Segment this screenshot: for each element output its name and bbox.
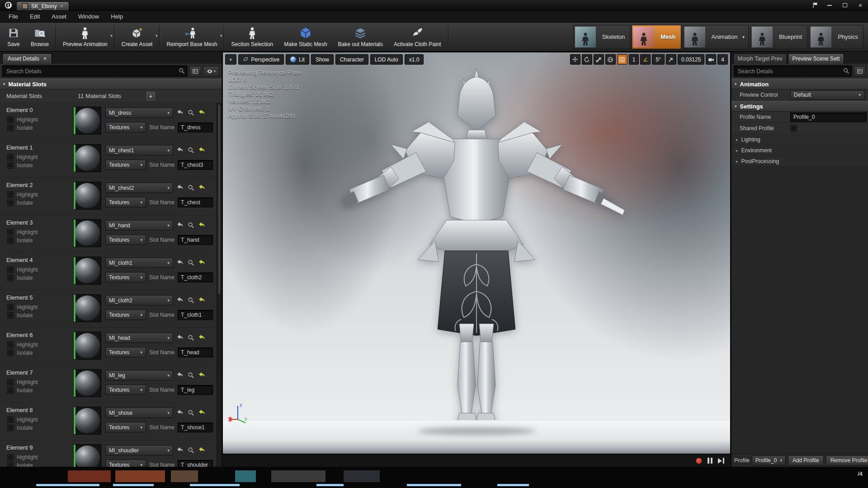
scale-snap-icon[interactable] (666, 54, 676, 65)
textures-dropdown[interactable]: Textures▾ (105, 460, 146, 467)
highlight-checkbox[interactable] (7, 304, 14, 310)
display-filter-button[interactable] (189, 66, 201, 77)
environment-fold-row[interactable]: ▸ Environment (731, 145, 868, 156)
textures-dropdown[interactable]: Textures▾ (105, 197, 146, 207)
find-in-browser-icon[interactable] (187, 371, 195, 379)
material-thumbnail[interactable] (73, 219, 101, 247)
viewport-options-button[interactable]: ▾ (225, 54, 236, 65)
highlight-checkbox[interactable] (7, 417, 14, 423)
isolate-checkbox-row[interactable]: Isolate (7, 462, 73, 467)
use-selected-asset-icon[interactable] (176, 109, 184, 117)
isolate-checkbox[interactable] (7, 162, 14, 169)
rotation-snap-value[interactable]: 5° (652, 54, 664, 65)
camera-speed-value[interactable]: 4 (717, 54, 728, 65)
character-menu-button[interactable]: Character (335, 54, 368, 65)
material-select[interactable]: MI_leg▾ (105, 370, 173, 380)
material-select[interactable]: MI_head▾ (105, 333, 173, 343)
chevron-down-icon[interactable]: ▾ (220, 33, 222, 38)
material-thumbnail[interactable] (73, 257, 101, 285)
highlight-checkbox[interactable] (7, 454, 14, 460)
material-select[interactable]: MI_cloth1▾ (105, 258, 173, 268)
settings-section-header[interactable]: ▾ Settings (731, 101, 868, 112)
slot-name-input[interactable] (178, 310, 213, 320)
search-details-input[interactable] (2, 66, 188, 77)
isolate-checkbox-row[interactable]: Isolate (7, 162, 73, 169)
highlight-checkbox[interactable] (7, 117, 14, 123)
use-selected-asset-icon[interactable] (176, 371, 184, 379)
material-thumbnail[interactable] (73, 107, 101, 135)
activate-cloth-paint-button[interactable]: Activate Cloth Paint (388, 23, 447, 51)
collapse-icon[interactable]: ▾ (3, 82, 5, 86)
slot-name-input[interactable] (178, 385, 213, 395)
create-asset-button[interactable]: Create Asset ▾ (116, 23, 158, 51)
textures-dropdown[interactable]: Textures▾ (105, 347, 146, 357)
highlight-checkbox-row[interactable]: Highlight (7, 304, 73, 310)
titlebar-drag-area[interactable] (69, 0, 808, 10)
slot-name-input[interactable] (178, 160, 213, 170)
highlight-checkbox-row[interactable]: Highlight (7, 454, 73, 460)
mode-animation[interactable]: Animation ▾ (683, 25, 749, 49)
save-button[interactable]: Save (2, 23, 25, 51)
profile-name-input[interactable] (790, 113, 867, 122)
asset-tab[interactable]: SK_Ebony × (16, 1, 69, 10)
mode-skeleton[interactable]: Skeleton (573, 25, 631, 49)
reset-to-default-icon[interactable] (198, 146, 206, 154)
textures-dropdown[interactable]: Textures▾ (105, 422, 146, 432)
chevron-down-icon[interactable]: ▾ (742, 35, 745, 39)
bake-out-materials-button[interactable]: Bake out Materials (333, 23, 388, 51)
move-tool-icon[interactable] (570, 54, 580, 65)
isolate-checkbox[interactable] (7, 312, 14, 319)
isolate-checkbox-row[interactable]: Isolate (7, 312, 73, 319)
grid-snap-icon[interactable] (617, 54, 627, 65)
camera-speed-icon[interactable] (706, 54, 716, 65)
scale-tool-icon[interactable] (594, 54, 604, 65)
textures-dropdown[interactable]: Textures▾ (105, 235, 146, 245)
tab-morph-target-preview[interactable]: Morph Target Prev (733, 53, 787, 64)
highlight-checkbox[interactable] (7, 267, 14, 273)
tab-asset-details[interactable]: Asset Details × (2, 53, 52, 64)
collapse-icon[interactable]: ▾ (735, 82, 737, 86)
reset-to-default-icon[interactable] (198, 184, 206, 192)
search-details-input[interactable] (734, 66, 852, 77)
chevron-down-icon[interactable]: ▾ (110, 33, 113, 38)
scale-snap-value[interactable]: 0.03125 (678, 54, 704, 65)
chevron-down-icon[interactable]: ▾ (156, 33, 158, 38)
highlight-checkbox[interactable] (7, 154, 14, 160)
use-selected-asset-icon[interactable] (176, 146, 184, 154)
step-forward-button[interactable] (718, 458, 724, 464)
isolate-checkbox-row[interactable]: Isolate (7, 350, 73, 356)
isolate-checkbox-row[interactable]: Isolate (7, 237, 73, 244)
rotate-tool-icon[interactable] (582, 54, 592, 65)
mode-blueprint[interactable]: Blueprint (750, 25, 807, 49)
highlight-checkbox-row[interactable]: Highlight (7, 342, 73, 348)
mode-mesh[interactable]: Mesh (632, 25, 681, 49)
use-selected-asset-icon[interactable] (176, 409, 184, 417)
preview-controller-select[interactable]: Default ▾ (790, 90, 864, 100)
isolate-checkbox-row[interactable]: Isolate (7, 425, 73, 431)
reset-to-default-icon[interactable] (198, 109, 206, 117)
remove-profile-button[interactable]: Remove Profile (826, 455, 868, 465)
slot-name-input[interactable] (178, 422, 213, 432)
highlight-checkbox-row[interactable]: Highlight (7, 379, 73, 385)
isolate-checkbox[interactable] (7, 275, 14, 281)
slot-name-input[interactable] (178, 460, 213, 467)
slot-name-input[interactable] (178, 122, 213, 132)
minimize-button[interactable] (822, 0, 837, 10)
find-in-brow­ser-icon[interactable] (187, 334, 195, 342)
use-selected-asset-icon[interactable] (176, 184, 184, 192)
use-selected-asset-icon[interactable] (176, 221, 184, 229)
textures-dropdown[interactable]: Textures▾ (105, 310, 146, 320)
slot-name-input[interactable] (178, 197, 213, 207)
find-in-browser-icon[interactable] (187, 184, 195, 192)
material-slots-section-header[interactable]: ▾ Material Slots (0, 79, 222, 89)
lod-auto-button[interactable]: LOD Auto (370, 54, 403, 65)
grid-snap-value[interactable]: 1 (629, 54, 639, 65)
perspective-button[interactable]: Perspective (238, 54, 284, 65)
add-material-slot-button[interactable]: + (146, 92, 155, 100)
highlight-checkbox[interactable] (7, 192, 14, 198)
find-in-browser-icon[interactable] (187, 259, 195, 267)
isolate-checkbox[interactable] (7, 462, 14, 467)
menu-help[interactable]: Help (105, 13, 129, 20)
profile-select[interactable]: Profile_0 ▾ (752, 455, 786, 465)
shared-profile-checkbox[interactable] (790, 125, 797, 131)
